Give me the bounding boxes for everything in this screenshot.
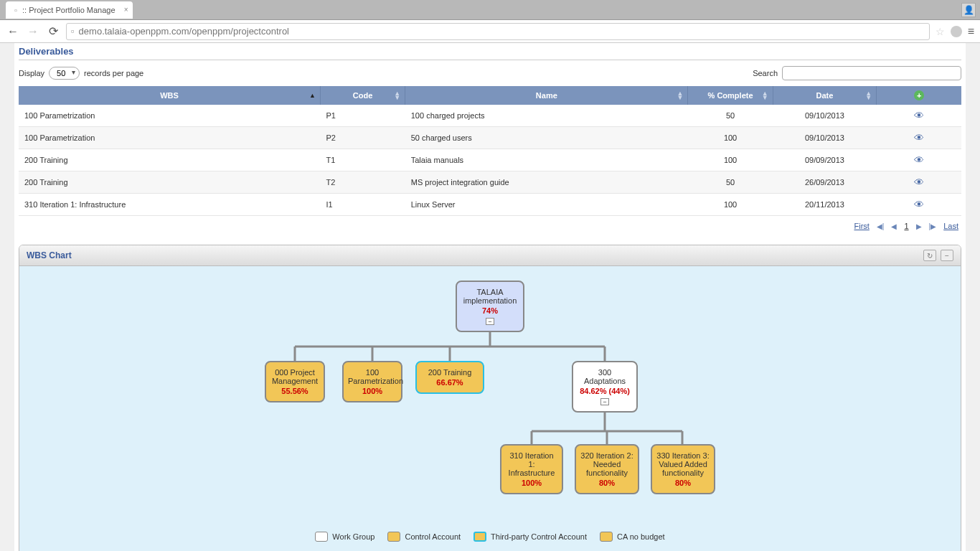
node-pct: 74% — [461, 306, 519, 315]
page-size-select[interactable]: 50 — [49, 67, 80, 80]
table-row: 100 ParametrizationP1100 charged project… — [19, 105, 961, 127]
forward-button[interactable]: → — [26, 24, 40, 39]
bookmark-icon[interactable]: ☆ — [936, 26, 945, 37]
col-complete[interactable]: % Complete ▲▼ — [688, 86, 773, 105]
col-code[interactable]: Code ▲▼ — [320, 86, 405, 105]
wbs-body: TALAIA implementation 74% − 000 Project … — [19, 266, 961, 551]
deliverables-title: Deliverables — [19, 43, 961, 60]
cell-actions: 👁 — [877, 105, 961, 127]
cell-actions: 👁 — [877, 127, 961, 149]
wbs-node-it3[interactable]: 330 Iteration 3: Valued Added functional… — [651, 444, 715, 494]
cell-date: 09/10/2013 — [773, 105, 877, 127]
page-next-icon[interactable]: ▶ — [916, 222, 922, 230]
browser-nav-bar: ← → ⟳ ▫ demo.talaia-openppm.com/openppm/… — [0, 20, 980, 43]
view-icon[interactable]: 👁 — [914, 154, 924, 166]
cell-complete: 100 — [688, 149, 773, 171]
cell-wbs: 200 Training — [19, 149, 320, 171]
search-label: Search — [753, 69, 778, 77]
node-pct: 84.62% (44%) — [578, 387, 632, 395]
node-pct: 100% — [348, 387, 397, 395]
node-pct: 80% — [580, 479, 633, 487]
col-wbs[interactable]: WBS ▲ — [19, 86, 320, 105]
collapse-toggle[interactable]: − — [600, 398, 609, 405]
menu-icon[interactable]: ≡ — [968, 25, 974, 38]
cell-complete: 100 — [688, 127, 773, 149]
view-icon[interactable]: 👁 — [914, 176, 924, 188]
page-icon: ▫ — [71, 26, 75, 37]
node-pct: 100% — [506, 479, 557, 487]
view-icon[interactable]: 👁 — [914, 110, 924, 121]
close-icon[interactable]: × — [124, 6, 128, 14]
page-first[interactable]: First — [854, 222, 869, 230]
wbs-node-it1[interactable]: 310 Iteration 1: Infrastructure 100% — [500, 444, 563, 494]
node-title: 310 Iteration 1: Infrastructure — [506, 451, 557, 477]
cell-date: 20/11/2013 — [773, 194, 877, 216]
cell-wbs: 100 Parametrization — [19, 105, 320, 127]
cell-actions: 👁 — [877, 149, 961, 171]
wbs-node-adapt[interactable]: 300 Adaptations 84.62% (44%) − — [572, 361, 638, 413]
wbs-node-pm[interactable]: 000 Project Management 55.56% — [265, 361, 325, 402]
node-title: 300 Adaptations — [578, 368, 632, 385]
page-first-icon[interactable]: ◀| — [877, 222, 885, 230]
col-actions: + — [877, 86, 961, 105]
node-title: 100 Parametrization — [348, 368, 397, 385]
cell-date: 09/10/2013 — [773, 127, 877, 149]
back-button[interactable]: ← — [6, 24, 20, 39]
legend-control-account: Control Account — [387, 532, 461, 542]
cell-name: 100 charged projects — [405, 105, 688, 127]
refresh-icon[interactable]: ↻ — [923, 250, 936, 261]
swatch-control-account — [387, 532, 400, 542]
swatch-work-group — [315, 532, 328, 542]
cell-code: P2 — [320, 127, 405, 149]
wbs-node-param[interactable]: 100 Parametrization 100% — [342, 361, 402, 402]
col-date[interactable]: Date ▲▼ — [773, 86, 877, 105]
table-controls: Display 50 records per page Search — [19, 60, 961, 86]
cell-name: MS project integration guide — [405, 171, 688, 194]
table-row: 200 TrainingT2MS project integration gui… — [19, 171, 961, 194]
node-pct: 80% — [656, 479, 710, 487]
page-last-icon[interactable]: |▶ — [929, 222, 937, 230]
view-icon[interactable]: 👁 — [914, 132, 924, 143]
cell-actions: 👁 — [877, 171, 961, 194]
reload-button[interactable]: ⟳ — [46, 24, 60, 39]
collapse-toggle[interactable]: − — [486, 318, 494, 325]
col-name[interactable]: Name ▲▼ — [405, 86, 688, 105]
deliverables-table: WBS ▲ Code ▲▼ Name ▲▼ % Complete ▲▼ Date — [19, 86, 961, 216]
cell-name: Talaia manuals — [405, 149, 688, 171]
view-icon[interactable]: 👁 — [914, 199, 924, 210]
node-title: 000 Project Management — [270, 368, 319, 385]
cell-code: I1 — [320, 194, 405, 216]
page-content: Deliverables Display 50 records per page… — [14, 43, 966, 551]
cell-date: 26/09/2013 — [773, 171, 877, 194]
wbs-legend: Work Group Control Account Third-party C… — [34, 532, 946, 542]
wbs-node-training[interactable]: 200 Training 66.67% — [415, 361, 484, 394]
page-current[interactable]: 1 — [904, 222, 908, 230]
search-input[interactable] — [782, 66, 961, 80]
cell-complete: 100 — [688, 194, 773, 216]
wbs-panel-header: WBS Chart ↻ − — [19, 245, 961, 266]
url-bar[interactable]: ▫ demo.talaia-openppm.com/openppm/projec… — [66, 23, 930, 40]
extension-icon[interactable] — [951, 26, 962, 37]
browser-tab-bar: :: Project Portfolio Manage × 👤 — [0, 0, 980, 20]
records-suffix: records per page — [84, 69, 143, 77]
browser-tab[interactable]: :: Project Portfolio Manage × — [6, 1, 133, 19]
cell-code: T1 — [320, 149, 405, 171]
node-pct: 55.56% — [270, 387, 319, 395]
cell-date: 09/09/2013 — [773, 149, 877, 171]
cell-name: 50 charged users — [405, 127, 688, 149]
cell-complete: 50 — [688, 105, 773, 127]
cell-wbs: 310 Iteration 1: Infrastructure — [19, 194, 320, 216]
wbs-node-root[interactable]: TALAIA implementation 74% − — [456, 281, 524, 332]
user-menu-icon[interactable]: 👤 — [961, 3, 976, 17]
sort-icon: ▲▼ — [865, 91, 872, 100]
page-last[interactable]: Last — [943, 222, 958, 230]
collapse-icon[interactable]: − — [941, 250, 953, 261]
wbs-chart: TALAIA implementation 74% − 000 Project … — [260, 281, 720, 517]
url-text: demo.talaia-openppm.com/openppm/projectc… — [79, 26, 289, 37]
cell-actions: 👁 — [877, 194, 961, 216]
table-row: 200 TrainingT1Talaia manuals10009/09/201… — [19, 149, 961, 171]
table-row: 310 Iteration 1: InfrastructureI1Linux S… — [19, 194, 961, 216]
add-icon[interactable]: + — [914, 90, 924, 100]
page-prev-icon[interactable]: ◀ — [891, 222, 897, 230]
wbs-node-it2[interactable]: 320 Iteration 2: Needed functionality 80… — [575, 444, 639, 494]
